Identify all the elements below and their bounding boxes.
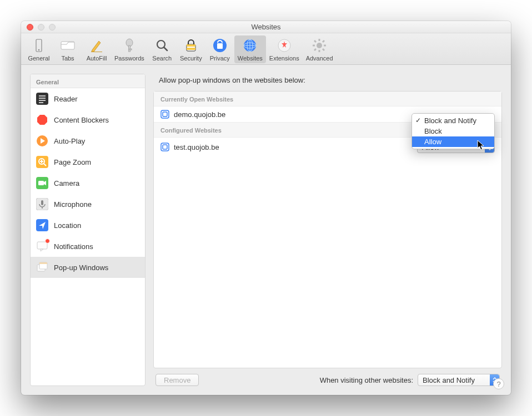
svg-line-8 — [164, 47, 167, 50]
general-icon — [30, 37, 48, 54]
section-header-open: Currently Open Websites — [154, 92, 501, 106]
website-name: test.quojob.be — [174, 143, 413, 151]
dropdown-option-block[interactable]: Block — [412, 126, 494, 136]
sidebar-item-label: Auto-Play — [54, 137, 85, 145]
toolbar-advanced-label: Advanced — [306, 55, 333, 62]
toolbar-privacy-label: Privacy — [210, 55, 230, 62]
preferences-toolbar: General Tabs AutoFill Passwords Search — [21, 33, 511, 65]
main-panel: Allow pop-up windows on the websites bel… — [153, 74, 502, 386]
svg-marker-35 — [37, 115, 47, 125]
dropdown-option-allow[interactable]: Allow — [412, 136, 494, 147]
svg-rect-6 — [129, 49, 132, 50]
sidebar-item-label: Reader — [54, 95, 78, 103]
camera-icon — [36, 177, 48, 189]
toolbar-websites[interactable]: Websites — [234, 35, 266, 63]
svg-rect-10 — [187, 44, 195, 47]
tabs-icon — [59, 37, 77, 54]
default-policy-select[interactable]: Block and Notify — [418, 374, 500, 386]
toolbar-search[interactable]: Search — [148, 35, 177, 63]
toolbar-tabs-label: Tabs — [61, 55, 74, 62]
extensions-icon — [275, 37, 293, 54]
sidebar-item-label: Location — [54, 221, 81, 230]
help-icon: ? — [496, 380, 500, 388]
notifications-icon — [36, 240, 48, 252]
advanced-icon — [310, 37, 328, 54]
toolbar-general[interactable]: General — [24, 35, 53, 63]
select-value: Block and Notify — [423, 376, 475, 384]
search-icon — [153, 37, 171, 54]
main-title: Allow pop-up windows on the websites bel… — [153, 74, 502, 91]
dropdown-option-block-and-notify[interactable]: ✓ Block and Notify — [412, 115, 494, 126]
toolbar-privacy[interactable]: Privacy — [205, 35, 234, 63]
svg-line-29 — [323, 40, 324, 42]
close-window-button[interactable] — [27, 24, 33, 31]
toolbar-autofill[interactable]: AutoFill — [82, 35, 111, 63]
toolbar-security-label: Security — [180, 55, 202, 62]
toolbar-autofill-label: AutoFill — [87, 55, 107, 62]
sidebar-item-label: Content Blockers — [54, 116, 109, 124]
dropdown-option-label: Block — [424, 127, 442, 135]
sidebar-item-label: Camera — [54, 179, 79, 187]
footer-row: Remove When visiting other websites: Blo… — [153, 368, 502, 386]
remove-button[interactable]: Remove — [155, 374, 199, 386]
svg-point-21 — [317, 43, 322, 48]
auto-play-icon — [36, 135, 48, 147]
svg-rect-13 — [217, 43, 223, 49]
svg-line-28 — [314, 49, 316, 50]
sidebar-item-pop-up-windows[interactable]: Pop-up Windows — [31, 257, 145, 278]
permission-dropdown: ✓ Block and Notify Block Allow — [411, 113, 495, 149]
help-button[interactable]: ? — [493, 378, 504, 389]
svg-line-26 — [314, 40, 316, 42]
dropdown-option-label: Block and Notify — [424, 116, 476, 125]
dropdown-option-label: Allow — [424, 138, 441, 146]
websites-icon — [241, 37, 259, 54]
toolbar-extensions-label: Extensions — [269, 55, 299, 62]
sidebar-item-label: Notifications — [54, 242, 93, 251]
sidebar-item-content-blockers[interactable]: Content Blockers — [31, 109, 145, 130]
svg-point-1 — [38, 49, 40, 51]
svg-rect-44 — [38, 181, 44, 185]
privacy-icon — [211, 37, 229, 54]
toolbar-security[interactable]: Security — [177, 35, 205, 63]
minimize-window-button[interactable] — [38, 24, 44, 31]
checkmark-icon: ✓ — [415, 116, 421, 124]
website-row[interactable]: demo.quojob.be ✓ Block and Notify Block — [154, 106, 501, 122]
websites-list: Currently Open Websites demo.quojob.be ✓… — [153, 91, 502, 368]
content-blockers-icon — [36, 114, 48, 126]
sidebar-item-camera[interactable]: Camera — [31, 173, 145, 194]
sidebar-item-notifications[interactable]: Notifications — [31, 236, 145, 257]
sidebar-item-label: Pop-up Windows — [54, 263, 108, 272]
sidebar-header: General — [31, 74, 145, 88]
reader-icon — [36, 93, 48, 105]
toolbar-general-label: General — [28, 55, 49, 62]
toolbar-passwords-label: Passwords — [114, 55, 144, 62]
window-body: General Reader Content Blockers Auto-Pla… — [21, 65, 511, 395]
zoom-window-button[interactable] — [49, 24, 56, 31]
toolbar-tabs[interactable]: Tabs — [53, 35, 82, 63]
location-icon — [36, 219, 48, 231]
svg-rect-55 — [39, 262, 47, 264]
website-favicon-icon — [160, 110, 169, 119]
sidebar: General Reader Content Blockers Auto-Pla… — [30, 74, 145, 386]
sidebar-item-microphone[interactable]: Microphone — [31, 194, 145, 215]
svg-rect-3 — [91, 52, 102, 52]
passwords-icon — [121, 37, 138, 54]
toolbar-extensions[interactable]: Extensions — [266, 35, 303, 63]
sidebar-item-location[interactable]: Location — [31, 215, 145, 236]
pop-up-windows-icon — [36, 261, 48, 273]
default-policy-label: When visiting other websites: — [320, 376, 413, 384]
preferences-window: Websites General Tabs AutoFill Pass — [21, 21, 511, 395]
sidebar-item-auto-play[interactable]: Auto-Play — [31, 130, 145, 151]
sidebar-item-reader[interactable]: Reader — [31, 88, 145, 109]
security-icon — [182, 37, 200, 54]
sidebar-item-page-zoom[interactable]: Page Zoom — [31, 151, 145, 173]
titlebar: Websites — [21, 21, 511, 33]
svg-line-27 — [323, 49, 324, 50]
svg-rect-47 — [41, 200, 43, 205]
toolbar-advanced[interactable]: Advanced — [303, 35, 337, 63]
toolbar-passwords[interactable]: Passwords — [111, 35, 148, 63]
website-favicon-icon — [160, 143, 169, 151]
window-title: Websites — [21, 23, 511, 31]
page-zoom-icon — [36, 156, 48, 168]
autofill-icon — [88, 37, 106, 54]
